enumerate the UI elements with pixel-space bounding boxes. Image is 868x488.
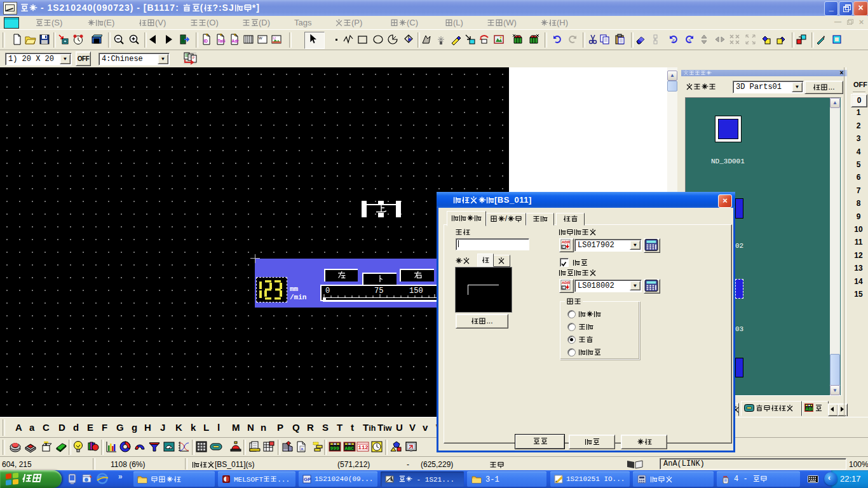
svg-text:999: 999 xyxy=(330,445,340,451)
svg-text:TaG: TaG xyxy=(218,39,226,43)
svg-text:3: 3 xyxy=(688,39,691,43)
svg-text:C: C xyxy=(562,286,565,290)
svg-text:ID: ID xyxy=(204,39,208,43)
svg-text:ADR: ADR xyxy=(562,240,571,244)
svg-text:ADR: ADR xyxy=(562,281,571,285)
svg-text:C: C xyxy=(562,245,565,249)
svg-text:GP: GP xyxy=(304,477,311,482)
svg-text:Adr: Adr xyxy=(232,39,240,43)
svg-text:U: U xyxy=(273,36,276,40)
svg-text:112: 112 xyxy=(358,445,369,451)
svg-text:W: W xyxy=(259,36,262,40)
svg-text:ABC: ABC xyxy=(345,445,355,451)
svg-text:3: 3 xyxy=(672,39,675,43)
svg-text:ABC: ABC xyxy=(806,407,814,411)
